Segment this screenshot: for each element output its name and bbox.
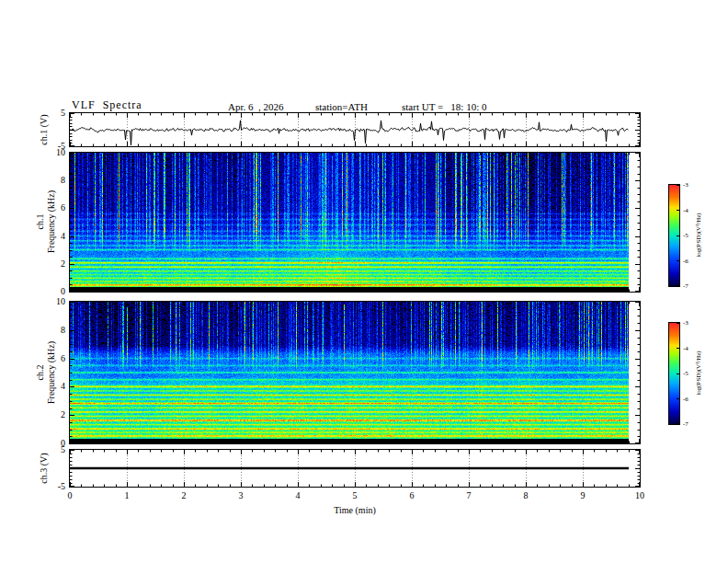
ch2-spectrogram-panel <box>69 301 641 444</box>
y-tick-label: -5 <box>40 141 65 151</box>
y-tick-label: 10 <box>40 296 65 306</box>
plot-title: VLF Spectra <box>72 98 142 112</box>
x-tick-label: 6 <box>403 490 421 500</box>
x-tick-label: 3 <box>232 490 250 500</box>
y-tick-label: 2 <box>40 259 65 269</box>
time-axis-label: Time (min) <box>318 505 392 515</box>
y-tick-label: 5 <box>40 108 65 118</box>
colorbar-ch2 <box>668 322 680 425</box>
ch1-voltage-panel <box>69 112 641 147</box>
y-tick-label: 5 <box>40 444 65 454</box>
x-tick-label: 1 <box>118 490 136 500</box>
x-tick-label: 0 <box>61 490 79 500</box>
y-tick-label: 0 <box>40 286 65 296</box>
x-tick-label: 4 <box>289 490 307 500</box>
colorbar-tick-label: -3 <box>683 319 700 327</box>
y-tick-label: -5 <box>40 481 65 491</box>
ch3-voltage-panel <box>69 449 641 488</box>
date-label: Apr. 6 , 2026 <box>228 101 284 112</box>
y-tick-label: 8 <box>40 175 65 185</box>
ch1-waveform-canvas <box>70 113 640 146</box>
ch1-spectrogram-panel <box>69 152 641 293</box>
y-tick-label: 4 <box>40 231 65 241</box>
ch1-spectrogram-canvas <box>70 153 640 292</box>
colorbar-tick-label: -6 <box>683 258 700 265</box>
colorbar-tick-label: -7 <box>683 420 700 428</box>
ch2-spec-axis-label: Frequency (kHz) <box>46 322 57 423</box>
colorbar-ch1 <box>668 184 680 287</box>
y-tick-label: 2 <box>40 409 65 419</box>
ch2-spectrogram-canvas <box>70 302 640 443</box>
y-tick-label: 4 <box>40 381 65 391</box>
x-tick-label: 10 <box>631 490 649 500</box>
colorbar-tick-label: -4 <box>683 207 700 214</box>
y-tick-label: 8 <box>40 325 65 335</box>
colorbar-tick-label: -4 <box>683 345 700 352</box>
x-tick-label: 7 <box>460 490 478 500</box>
x-tick-label: 9 <box>574 490 592 500</box>
y-tick-label: 6 <box>40 353 65 363</box>
start-ut-label: start UT = 18: 10: 0 <box>402 101 486 112</box>
x-tick-label: 5 <box>346 490 364 500</box>
ch1-spec-axis-label: Frequency (kHz) <box>46 171 57 272</box>
colorbar-tick-label: -3 <box>683 181 700 189</box>
y-tick-label: 6 <box>40 202 65 213</box>
colorbar-tick-label: -6 <box>683 396 700 403</box>
colorbar-tick-label: -5 <box>683 370 700 377</box>
station-label: station=ATH <box>315 101 368 112</box>
colorbar-tick-label: -5 <box>683 232 700 239</box>
colorbar-tick-label: -7 <box>683 282 700 290</box>
vlf-spectra-plot: VLF Spectra Apr. 6 , 2026 station=ATH st… <box>0 0 728 563</box>
x-tick-label: 2 <box>175 490 193 500</box>
ch3-waveform-canvas <box>70 450 640 487</box>
x-tick-label: 8 <box>517 490 535 500</box>
